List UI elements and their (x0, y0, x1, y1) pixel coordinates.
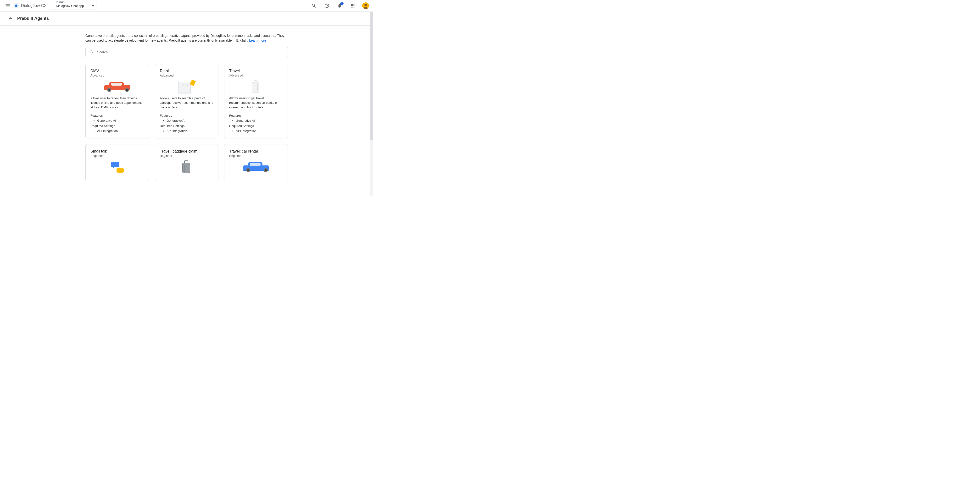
card-level: Advanced (229, 74, 283, 77)
card-title: DMV (91, 69, 144, 73)
chevron-down-icon (92, 5, 94, 6)
required-item: API Integration (236, 128, 283, 133)
intro-text: Generative prebuilt agents are a collect… (86, 33, 288, 43)
agent-card[interactable]: Travel: baggage claim Beginner (155, 144, 218, 181)
card-level: Advanced (160, 74, 213, 77)
help-button[interactable] (322, 1, 332, 11)
notifications-count: 1 (340, 2, 344, 5)
agent-card[interactable]: Travel: car rental Beginner (224, 144, 288, 181)
card-illustration (229, 79, 283, 94)
card-title: Travel: baggage claim (160, 149, 213, 154)
agent-card[interactable]: DMV Advanced Allows user to renew their … (86, 64, 149, 138)
learn-more-link[interactable]: Learn more (249, 38, 266, 42)
card-illustration (160, 79, 213, 94)
avatar-icon (362, 2, 369, 9)
car-red-illustration (99, 81, 135, 93)
suitcase-illustration (249, 80, 263, 94)
card-illustration (160, 160, 213, 174)
features-heading: Features (160, 114, 213, 117)
search-input[interactable] (97, 50, 284, 54)
agent-card[interactable]: Retail Advanced Allows users to search a… (155, 64, 218, 138)
feature-item: Generative AI (236, 118, 283, 123)
brand-logo[interactable]: Dialogflow CX (13, 3, 47, 9)
project-selector[interactable]: Project Dialogflow Chat app (53, 2, 96, 10)
required-item: API Integration (97, 128, 144, 133)
car-blue-illustration (238, 161, 274, 173)
card-title: Travel (229, 69, 283, 73)
feature-item: Generative AI (97, 118, 144, 123)
card-title: Travel: car rental (229, 149, 283, 154)
features-list: Generative AI (91, 118, 144, 123)
secondbar: Prebuilt Agents (0, 12, 373, 25)
card-level: Beginner (160, 154, 213, 158)
card-illustration (91, 160, 144, 174)
card-level: Beginner (229, 154, 283, 158)
suitcase-dark-illustration (180, 160, 194, 174)
card-title: Small talk (91, 149, 144, 154)
card-description: Allows user to renew their driver's lice… (91, 96, 144, 109)
logo-icon (13, 3, 19, 9)
required-list: API Integration (229, 128, 283, 133)
features-heading: Features (91, 114, 144, 117)
account-avatar[interactable] (361, 1, 371, 11)
svg-point-1 (364, 4, 367, 6)
brand-text: Dialogflow CX (21, 3, 47, 8)
agent-card[interactable]: Small talk Beginner (86, 144, 149, 181)
agent-card[interactable]: Travel Advanced Allows users to get trav… (224, 64, 288, 138)
card-illustration (229, 160, 283, 174)
required-heading: Required Settings (229, 124, 283, 128)
scrollbar-track[interactable] (370, 12, 373, 196)
main-menu-button[interactable] (3, 1, 13, 11)
scrollbar-thumb[interactable] (370, 12, 373, 140)
shopping-bag-illustration (178, 80, 195, 94)
search-icon (89, 49, 94, 55)
main-content: Generative prebuilt agents are a collect… (86, 25, 288, 196)
card-illustration (91, 79, 144, 94)
card-description: Allows users to get travel recommendatio… (229, 96, 283, 109)
project-selector-label: Project (55, 0, 65, 3)
search-button[interactable] (309, 1, 319, 11)
required-heading: Required Settings (160, 124, 213, 128)
card-title: Retail (160, 69, 213, 73)
page-title: Prebuilt Agents (17, 16, 49, 21)
card-description: Allows users to search a product catalog… (160, 96, 213, 109)
card-level: Beginner (91, 154, 144, 158)
features-list: Generative AI (229, 118, 283, 123)
search-box[interactable] (86, 47, 288, 57)
project-selector-value: Dialogflow Chat app (56, 4, 84, 8)
feature-item: Generative AI (167, 118, 213, 123)
required-list: API Integration (91, 128, 144, 133)
required-item: API Integration (167, 128, 213, 133)
back-button[interactable] (6, 14, 15, 24)
apps-button[interactable] (348, 1, 358, 11)
card-level: Advanced (91, 74, 144, 77)
features-heading: Features (229, 114, 283, 117)
notifications-button[interactable]: 1 (335, 1, 345, 11)
required-list: API Integration (160, 128, 213, 133)
features-list: Generative AI (160, 118, 213, 123)
chat-illustration (111, 161, 124, 174)
topbar: Dialogflow CX Project Dialogflow Chat ap… (0, 0, 373, 12)
required-heading: Required Settings (91, 124, 144, 128)
